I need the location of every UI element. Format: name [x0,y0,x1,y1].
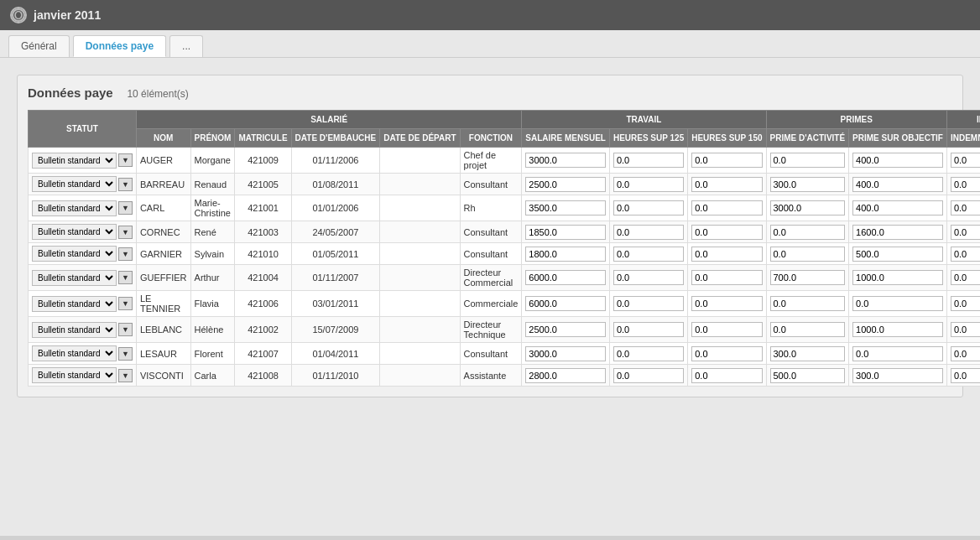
indem-input[interactable] [951,200,980,215]
prime-act-input[interactable] [770,153,846,168]
cell-prime-obj[interactable] [849,343,947,365]
cell-prime-act[interactable] [766,243,849,265]
cell-indem[interactable] [946,221,980,243]
cell-indem[interactable] [946,365,980,387]
cell-heure125[interactable] [609,265,687,291]
indem-input[interactable] [951,177,980,192]
cell-salaire[interactable] [522,317,610,343]
heure125-input[interactable] [613,322,684,337]
bulletin-select[interactable]: Bulletin standard ▼ [32,367,133,383]
cell-heure125[interactable] [609,317,687,343]
prime-act-input[interactable] [770,247,846,262]
bulletin-select[interactable]: Bulletin standard ▼ [32,153,133,169]
heure125-input[interactable] [613,200,684,215]
tab-more[interactable]: ... [169,35,203,57]
cell-salaire[interactable] [522,265,610,291]
prime-act-input[interactable] [770,270,846,285]
dropdown-arrow-icon[interactable]: ▼ [118,247,133,261]
tab-donnees-paye[interactable]: Données paye [73,35,166,57]
salaire-input[interactable] [525,200,606,215]
bulletin-dropdown[interactable]: Bulletin standard [32,345,117,361]
cell-heure150[interactable] [688,195,766,221]
heure150-input[interactable] [691,247,762,262]
bulletin-select[interactable]: Bulletin standard ▼ [32,322,133,338]
cell-heure125[interactable] [609,221,687,243]
cell-heure125[interactable] [609,148,687,174]
heure150-input[interactable] [691,200,762,215]
cell-indem[interactable] [946,243,980,265]
indem-input[interactable] [951,270,980,285]
bulletin-dropdown[interactable]: Bulletin standard [32,176,117,192]
tab-general[interactable]: Général [8,35,70,57]
cell-prime-obj[interactable] [849,243,947,265]
cell-prime-obj[interactable] [849,174,947,195]
cell-prime-act[interactable] [766,317,849,343]
cell-heure150[interactable] [688,221,766,243]
bulletin-dropdown[interactable]: Bulletin standard [32,153,117,169]
prime-act-input[interactable] [770,322,846,337]
cell-indem[interactable] [946,148,980,174]
salaire-input[interactable] [525,225,606,240]
bulletin-dropdown[interactable]: Bulletin standard [32,296,117,312]
cell-prime-act[interactable] [766,365,849,387]
cell-prime-act[interactable] [766,265,849,291]
prime-act-input[interactable] [770,177,846,192]
dropdown-arrow-icon[interactable]: ▼ [118,369,133,382]
cell-prime-obj[interactable] [849,291,947,317]
cell-indem[interactable] [946,174,980,195]
cell-heure125[interactable] [609,291,687,317]
heure150-input[interactable] [691,225,762,240]
salaire-input[interactable] [525,177,606,192]
heure125-input[interactable] [613,247,684,262]
bulletin-select[interactable]: Bulletin standard ▼ [32,246,133,262]
cell-prime-obj[interactable] [849,317,947,343]
heure150-input[interactable] [691,270,762,285]
cell-prime-obj[interactable] [849,195,947,221]
salaire-input[interactable] [525,346,606,361]
heure125-input[interactable] [613,153,684,168]
cell-prime-act[interactable] [766,174,849,195]
heure150-input[interactable] [691,322,762,337]
dropdown-arrow-icon[interactable]: ▼ [118,347,133,361]
cell-heure150[interactable] [688,265,766,291]
prime-act-input[interactable] [770,296,846,311]
heure150-input[interactable] [691,153,762,168]
cell-indem[interactable] [946,343,980,365]
indem-input[interactable] [951,225,980,240]
cell-salaire[interactable] [522,243,610,265]
cell-heure125[interactable] [609,365,687,387]
cell-prime-act[interactable] [766,221,849,243]
cell-heure150[interactable] [688,343,766,365]
cell-heure150[interactable] [688,174,766,195]
bulletin-select[interactable]: Bulletin standard ▼ [32,200,133,216]
prime-act-input[interactable] [770,346,846,361]
bulletin-select[interactable]: Bulletin standard ▼ [32,296,133,312]
heure125-input[interactable] [613,346,684,361]
prime-obj-input[interactable] [852,322,943,337]
cell-salaire[interactable] [522,195,610,221]
cell-heure150[interactable] [688,317,766,343]
bulletin-select[interactable]: Bulletin standard ▼ [32,345,133,361]
salaire-input[interactable] [525,270,606,285]
bulletin-dropdown[interactable]: Bulletin standard [32,367,117,383]
indem-input[interactable] [951,322,980,337]
indem-input[interactable] [951,346,980,361]
bulletin-dropdown[interactable]: Bulletin standard [32,322,117,338]
cell-indem[interactable] [946,265,980,291]
prime-obj-input[interactable] [852,177,943,192]
cell-prime-obj[interactable] [849,365,947,387]
prime-obj-input[interactable] [852,153,943,168]
cell-salaire[interactable] [522,343,610,365]
salaire-input[interactable] [525,368,606,383]
salaire-input[interactable] [525,247,606,262]
cell-salaire[interactable] [522,221,610,243]
cell-prime-act[interactable] [766,291,849,317]
cell-heure125[interactable] [609,195,687,221]
cell-salaire[interactable] [522,365,610,387]
prime-act-input[interactable] [770,200,846,215]
cell-salaire[interactable] [522,174,610,195]
dropdown-arrow-icon[interactable]: ▼ [118,201,133,215]
cell-prime-act[interactable] [766,343,849,365]
cell-prime-obj[interactable] [849,265,947,291]
cell-heure125[interactable] [609,174,687,195]
